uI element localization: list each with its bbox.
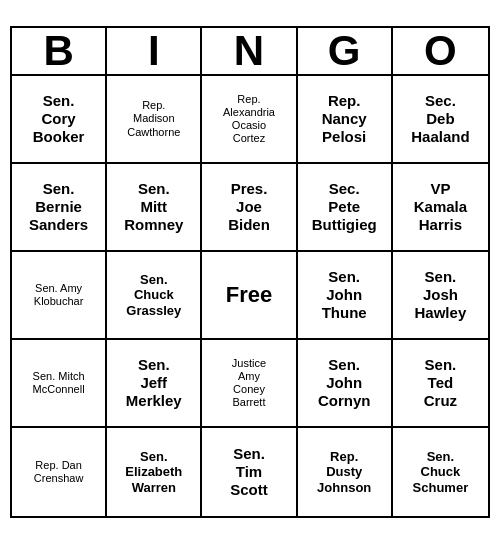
bingo-cell-1: Rep.MadisonCawthorne [107,76,202,164]
bingo-cell-19: Sen.TedCruz [393,340,488,428]
bingo-cell-0: Sen.CoryBooker [12,76,107,164]
bingo-cell-21: Sen.ElizabethWarren [107,428,202,516]
bingo-cell-12: Free [202,252,297,340]
bingo-grid: Sen.CoryBookerRep.MadisonCawthorneRep.Al… [12,76,488,516]
bingo-card: BINGO Sen.CoryBookerRep.MadisonCawthorne… [10,26,490,518]
bingo-cell-2: Rep.AlexandriaOcasioCortez [202,76,297,164]
bingo-cell-24: Sen.ChuckSchumer [393,428,488,516]
bingo-cell-20: Rep. DanCrenshaw [12,428,107,516]
bingo-cell-10: Sen. AmyKlobuchar [12,252,107,340]
bingo-cell-8: Sec.PeteButtigieg [298,164,393,252]
header-letter-B: B [12,28,107,74]
bingo-cell-18: Sen.JohnCornyn [298,340,393,428]
bingo-cell-3: Rep.NancyPelosi [298,76,393,164]
bingo-cell-6: Sen.MittRomney [107,164,202,252]
bingo-cell-11: Sen.ChuckGrassley [107,252,202,340]
bingo-cell-16: Sen.JeffMerkley [107,340,202,428]
bingo-cell-7: Pres.JoeBiden [202,164,297,252]
bingo-header: BINGO [12,28,488,76]
header-letter-I: I [107,28,202,74]
bingo-cell-9: VPKamalaHarris [393,164,488,252]
bingo-cell-15: Sen. MitchMcConnell [12,340,107,428]
bingo-cell-5: Sen.BernieSanders [12,164,107,252]
header-letter-G: G [298,28,393,74]
bingo-cell-13: Sen.JohnThune [298,252,393,340]
bingo-cell-4: Sec.DebHaaland [393,76,488,164]
header-letter-O: O [393,28,488,74]
bingo-cell-23: Rep.DustyJohnson [298,428,393,516]
bingo-cell-14: Sen.JoshHawley [393,252,488,340]
bingo-cell-22: Sen.TimScott [202,428,297,516]
header-letter-N: N [202,28,297,74]
bingo-cell-17: JusticeAmyConeyBarrett [202,340,297,428]
